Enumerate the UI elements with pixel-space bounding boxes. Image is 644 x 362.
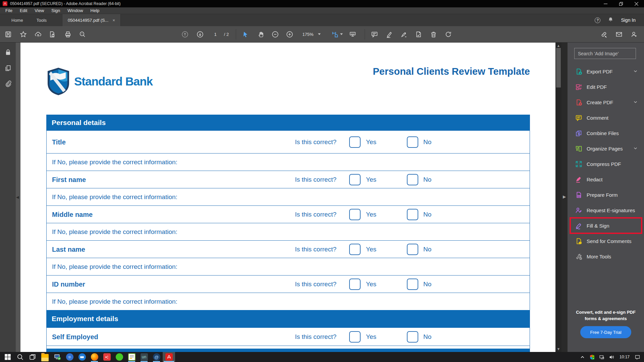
sidebar-tool-organize-pages[interactable]: Organize Pages bbox=[570, 141, 642, 156]
comment-tool-icon[interactable] bbox=[368, 28, 380, 40]
attachments-icon[interactable] bbox=[4, 79, 12, 88]
minimize-button[interactable] bbox=[598, 0, 613, 7]
no-checkbox[interactable] bbox=[407, 209, 418, 220]
sidebar-tool-edit-pdf[interactable]: Edit PDF bbox=[570, 79, 642, 95]
taskbar-app-red-app[interactable] bbox=[101, 352, 113, 362]
notification-bell-icon[interactable] bbox=[608, 17, 613, 24]
refresh-icon[interactable] bbox=[442, 28, 454, 40]
menu-edit[interactable]: Edit bbox=[16, 7, 31, 14]
star-icon[interactable] bbox=[17, 28, 29, 40]
taskbar-app-firefox[interactable] bbox=[88, 352, 101, 362]
sign-in-button[interactable]: Sign In bbox=[621, 17, 636, 23]
sidebar-tool-request-e-signatures[interactable]: Request E-signatures bbox=[570, 202, 642, 218]
zoom-caret-icon[interactable] bbox=[318, 34, 321, 35]
yes-checkbox[interactable] bbox=[349, 136, 361, 148]
add-user-icon[interactable] bbox=[628, 28, 640, 40]
sidebar-tool-compress-pdf[interactable]: Compress PDF bbox=[570, 156, 642, 172]
yes-checkbox[interactable] bbox=[349, 244, 361, 255]
clock[interactable]: 10:17 bbox=[620, 355, 630, 359]
taskbar-app-task-view[interactable] bbox=[26, 352, 39, 362]
taskbar-app-un-app[interactable]: un bbox=[138, 352, 150, 362]
taskbar-app-file-explorer[interactable] bbox=[39, 352, 51, 362]
keyboard-icon[interactable] bbox=[346, 28, 359, 40]
scrollbar-thumb[interactable] bbox=[556, 48, 561, 87]
previous-page-icon[interactable] bbox=[179, 28, 191, 40]
zoom-in-icon[interactable] bbox=[283, 28, 296, 40]
sidebar-tool-export-pdf[interactable]: Export PDF bbox=[570, 64, 642, 79]
vertical-scrollbar[interactable]: ▲ ▼ bbox=[555, 43, 561, 352]
scroll-down-icon[interactable]: ▼ bbox=[555, 347, 561, 351]
security-lock-icon[interactable] bbox=[4, 48, 12, 57]
no-checkbox[interactable] bbox=[407, 244, 418, 255]
chevron-down-icon[interactable] bbox=[633, 146, 638, 152]
yes-checkbox[interactable] bbox=[349, 279, 361, 290]
tools-search-input[interactable] bbox=[574, 48, 636, 59]
network-icon[interactable] bbox=[599, 354, 605, 360]
search-icon[interactable] bbox=[76, 28, 88, 40]
print-icon[interactable] bbox=[62, 28, 74, 40]
tab-home[interactable]: Home bbox=[5, 14, 30, 26]
sidebar-tool-comment[interactable]: Comment bbox=[570, 110, 642, 125]
sidebar-tool-fill-sign[interactable]: Fill & Sign bbox=[570, 218, 642, 233]
taskbar-app-remote-desktop[interactable] bbox=[51, 352, 63, 362]
no-checkbox[interactable] bbox=[407, 279, 418, 290]
fill-sign-tool-icon[interactable] bbox=[413, 28, 425, 40]
action-center-icon[interactable] bbox=[634, 354, 641, 360]
trash-icon[interactable] bbox=[427, 28, 439, 40]
sidebar-tool-send-for-comments[interactable]: Send for Comments bbox=[570, 233, 642, 249]
taskbar-app-thunderbird[interactable] bbox=[76, 352, 88, 362]
taskbar-app-media-app[interactable]: @ bbox=[150, 352, 163, 362]
help-icon[interactable]: ? bbox=[595, 17, 600, 23]
select-tool-icon[interactable] bbox=[239, 28, 251, 40]
page-number-input[interactable]: 1 bbox=[214, 32, 216, 37]
tab-document[interactable]: 0504414957.pdf (S... × bbox=[62, 14, 121, 26]
hand-tool-icon[interactable] bbox=[255, 28, 267, 40]
scroll-up-icon[interactable]: ▲ bbox=[555, 44, 561, 48]
windows-security-icon[interactable] bbox=[589, 354, 596, 360]
menu-sign[interactable]: Sign bbox=[48, 7, 64, 14]
fit-width-icon[interactable] bbox=[329, 28, 341, 40]
file-lock-icon[interactable] bbox=[46, 28, 58, 40]
collapse-tools-panel-icon[interactable]: ▶ bbox=[563, 194, 566, 199]
collapse-left-panel-icon[interactable]: ◀ bbox=[16, 195, 19, 199]
taskbar-app-blue-app[interactable] bbox=[63, 352, 76, 362]
taskbar-app-acrobat[interactable] bbox=[163, 352, 175, 362]
sidebar-tool-combine-files[interactable]: Combine Files bbox=[570, 125, 642, 141]
no-checkbox[interactable] bbox=[407, 331, 418, 343]
chevron-down-icon[interactable] bbox=[633, 100, 638, 105]
menu-window[interactable]: Window bbox=[64, 7, 87, 14]
taskbar-app-green-app[interactable] bbox=[113, 352, 125, 362]
chevron-down-icon[interactable] bbox=[633, 69, 638, 74]
yes-checkbox[interactable] bbox=[349, 174, 361, 185]
sign-pen-icon[interactable] bbox=[398, 28, 410, 40]
next-page-icon[interactable] bbox=[194, 28, 206, 40]
yes-checkbox[interactable] bbox=[349, 209, 361, 220]
tab-tools[interactable]: Tools bbox=[30, 14, 53, 26]
tray-expand-icon[interactable] bbox=[579, 354, 586, 360]
menu-file[interactable]: File bbox=[2, 7, 16, 14]
taskbar-app-search-taskbar[interactable] bbox=[14, 352, 26, 362]
taskbar-app-start[interactable] bbox=[1, 352, 14, 362]
menu-help[interactable]: Help bbox=[87, 7, 103, 14]
no-checkbox[interactable] bbox=[407, 174, 418, 185]
sidebar-tool-redact[interactable]: Redact bbox=[570, 172, 642, 187]
close-button[interactable] bbox=[629, 0, 644, 7]
highlight-tool-icon[interactable] bbox=[383, 28, 395, 40]
menu-view[interactable]: View bbox=[31, 7, 48, 14]
sidebar-tool-create-pdf[interactable]: Create PDF bbox=[570, 95, 642, 110]
fit-caret-icon[interactable] bbox=[340, 34, 343, 35]
sidebar-tool-more-tools[interactable]: More Tools bbox=[570, 249, 642, 264]
save-icon[interactable] bbox=[2, 28, 14, 40]
sidebar-tool-prepare-form[interactable]: Prepare Form bbox=[570, 187, 642, 202]
zoom-out-icon[interactable] bbox=[269, 28, 281, 40]
free-trial-button[interactable]: Free 7-Day Trial bbox=[580, 326, 631, 338]
restore-button[interactable] bbox=[613, 0, 629, 7]
no-checkbox[interactable] bbox=[407, 136, 418, 148]
taskbar-app-notepad[interactable] bbox=[125, 352, 138, 362]
zoom-level-dropdown[interactable]: 175% bbox=[302, 32, 313, 37]
page-thumbnails-icon[interactable] bbox=[4, 64, 12, 72]
yes-checkbox[interactable] bbox=[349, 331, 361, 343]
tab-close-icon[interactable]: × bbox=[112, 18, 115, 23]
volume-icon[interactable] bbox=[608, 354, 615, 360]
email-icon[interactable] bbox=[613, 28, 625, 40]
